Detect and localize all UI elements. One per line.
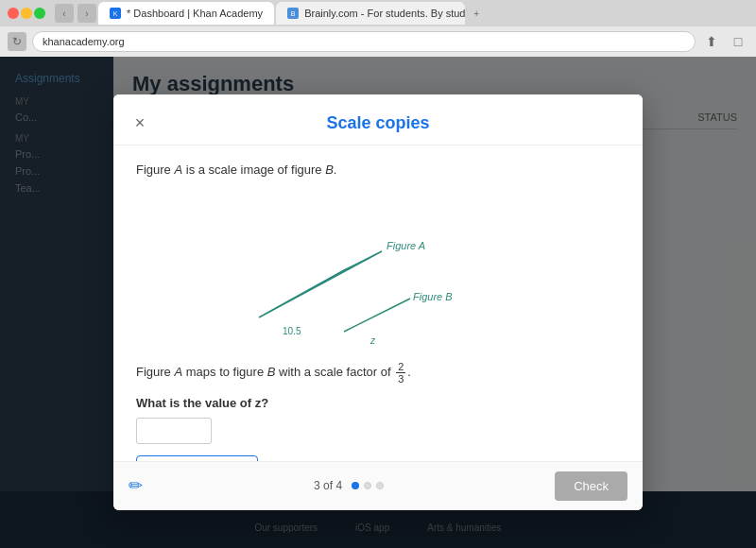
progress-dots <box>352 483 384 490</box>
modal-overlay: × Scale copies Figure A is a scale image… <box>0 57 756 548</box>
progress-dot-3 <box>376 483 384 490</box>
figure-a-measurement: 10.5 <box>283 326 301 336</box>
traffic-light-red[interactable] <box>8 8 19 19</box>
scale-factor-text: Figure A maps to figure B with a scale f… <box>136 361 620 385</box>
modal-close-button[interactable]: × <box>129 111 151 134</box>
reload-button[interactable]: ↻ <box>8 32 26 51</box>
address-text: khanacademy.org <box>43 36 125 47</box>
svg-marker-1 <box>344 299 410 332</box>
answer-input[interactable] <box>136 418 212 444</box>
modal-title: Scale copies <box>151 113 605 133</box>
traffic-light-green[interactable] <box>34 8 45 19</box>
forward-button[interactable]: › <box>77 4 96 23</box>
problem-text-1: Figure <box>136 163 174 177</box>
new-tab-button[interactable]: + <box>467 4 486 23</box>
tab-khan-label: * Dashboard | Khan Academy <box>127 8 263 19</box>
share-button[interactable]: ⬆ <box>701 31 722 52</box>
figure-b-measurement: z <box>369 335 376 346</box>
figures-svg: Figure A 10.5 Figure B z <box>136 195 495 346</box>
modal-body: Figure A is a scale image of figure B. F… <box>113 146 643 510</box>
address-bar[interactable]: khanacademy.org <box>32 31 696 52</box>
question-text: What is the value of z? <box>136 396 620 410</box>
progress-section: 3 of 4 <box>314 480 384 493</box>
brainly-favicon: B <box>287 8 299 19</box>
problem-text-3: . <box>334 163 337 177</box>
bookmark-button[interactable]: □ <box>728 31 748 52</box>
tab-bar: ‹ › K * Dashboard | Khan Academy B Brain… <box>0 0 756 26</box>
figures-container: Figure A 10.5 Figure B z <box>136 195 620 346</box>
traffic-light-yellow[interactable] <box>21 8 32 19</box>
fraction-denominator: 3 <box>396 373 405 385</box>
khan-logo-icon: ✏ <box>129 476 143 497</box>
figure-b-text-label: Figure B <box>413 291 453 302</box>
progress-text: 3 of 4 <box>314 480 342 493</box>
modal-footer: ✏ 3 of 4 Check <box>113 461 643 510</box>
tab-brainly-label: Brainly.com - For students. By students. <box>304 8 465 19</box>
tab-brainly[interactable]: B Brainly.com - For students. By student… <box>276 2 465 25</box>
browser-chrome: ‹ › K * Dashboard | Khan Academy B Brain… <box>0 0 756 57</box>
problem-text-2: is a scale image of figure <box>182 163 325 177</box>
progress-dot-2 <box>364 483 371 490</box>
nav-buttons: ‹ › <box>55 4 96 23</box>
back-button[interactable]: ‹ <box>55 4 74 23</box>
svg-marker-0 <box>259 251 382 317</box>
page-background: Assignments MY Co... MY Pro... Pro... Te… <box>0 57 756 548</box>
address-bar-row: ↻ khanacademy.org ⬆ □ <box>0 26 756 57</box>
progress-dot-1 <box>352 483 359 490</box>
problem-italic-B: B <box>325 163 334 177</box>
check-button[interactable]: Check <box>555 471 627 501</box>
problem-italic-A: A <box>174 163 182 177</box>
fraction-numerator: 2 <box>396 361 405 373</box>
scale-copies-modal: × Scale copies Figure A is a scale image… <box>113 94 643 510</box>
figure-a-text-label: Figure A <box>387 240 425 251</box>
khan-favicon: K <box>110 8 121 19</box>
tab-khan[interactable]: K * Dashboard | Khan Academy <box>98 2 274 25</box>
modal-header: × Scale copies <box>113 94 643 146</box>
scale-fraction: 2 3 <box>396 361 405 385</box>
problem-statement: Figure A is a scale image of figure B. <box>136 161 620 180</box>
